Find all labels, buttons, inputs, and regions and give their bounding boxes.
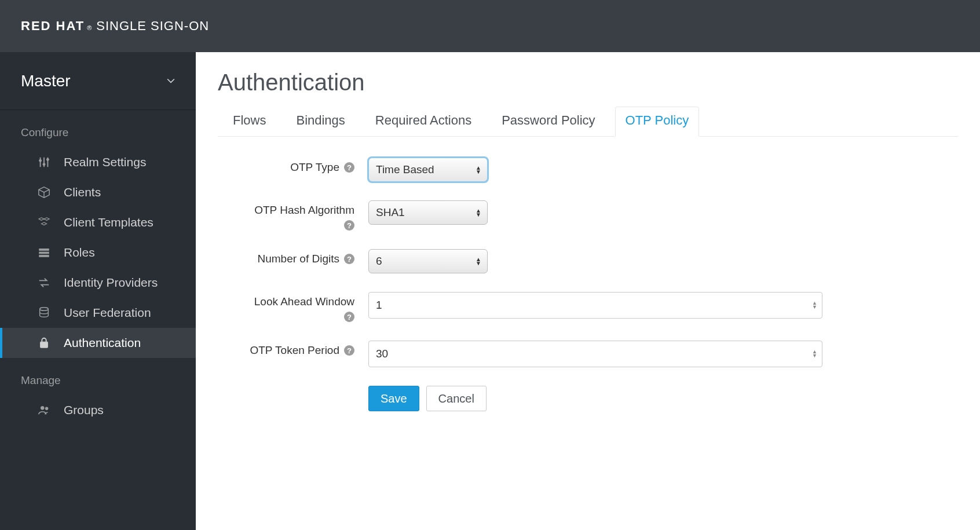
brand: RED HAT® SINGLE SIGN-ON bbox=[21, 19, 209, 34]
cubes-icon bbox=[37, 216, 51, 229]
lock-icon bbox=[37, 337, 51, 349]
sidebar-item-label: Roles bbox=[64, 246, 95, 259]
help-icon[interactable]: ? bbox=[344, 162, 354, 173]
sidebar-item-label: Client Templates bbox=[64, 215, 153, 229]
realm-name: Master bbox=[21, 72, 71, 90]
sidebar-item-realm-settings[interactable]: Realm Settings bbox=[0, 147, 196, 177]
svg-point-2 bbox=[46, 158, 49, 160]
help-icon[interactable]: ? bbox=[344, 345, 354, 356]
main-content: Authentication Flows Bindings Required A… bbox=[196, 52, 980, 530]
tab-required-actions[interactable]: Required Actions bbox=[375, 107, 471, 136]
sidebar-item-identity-providers[interactable]: Identity Providers bbox=[0, 268, 196, 298]
tabs: Flows Bindings Required Actions Password… bbox=[218, 107, 958, 137]
label-digits: Number of Digits ? bbox=[218, 249, 368, 265]
save-button[interactable]: Save bbox=[368, 386, 419, 411]
number-spinner-icon[interactable]: ▲▼ bbox=[812, 350, 817, 358]
sidebar-item-groups[interactable]: Groups bbox=[0, 395, 196, 425]
svg-point-8 bbox=[41, 406, 44, 410]
svg-rect-4 bbox=[39, 252, 49, 254]
sidebar-item-label: Authentication bbox=[64, 336, 141, 350]
section-configure: Configure bbox=[0, 110, 196, 147]
svg-rect-5 bbox=[39, 255, 49, 257]
sliders-icon bbox=[37, 156, 51, 169]
realm-selector[interactable]: Master bbox=[0, 52, 196, 110]
cancel-button[interactable]: Cancel bbox=[426, 386, 487, 411]
sidebar-item-label: Realm Settings bbox=[64, 155, 146, 169]
number-spinner-icon[interactable]: ▲▼ bbox=[812, 301, 817, 309]
help-icon[interactable]: ? bbox=[344, 254, 354, 264]
section-manage: Manage bbox=[0, 358, 196, 395]
select-updown-icon: ▲▼ bbox=[476, 209, 481, 217]
label-look-ahead: Look Ahead Window ? bbox=[218, 292, 368, 322]
tab-password-policy[interactable]: Password Policy bbox=[502, 107, 595, 136]
list-icon bbox=[37, 246, 51, 259]
brand-strong: RED HAT bbox=[21, 19, 85, 34]
sidebar-item-label: Clients bbox=[64, 185, 101, 199]
help-icon[interactable]: ? bbox=[344, 220, 354, 231]
tab-bindings[interactable]: Bindings bbox=[296, 107, 345, 136]
page-title: Authentication bbox=[218, 70, 958, 96]
sidebar-item-clients[interactable]: Clients bbox=[0, 177, 196, 207]
label-otp-type: OTP Type ? bbox=[218, 158, 368, 174]
select-updown-icon: ▲▼ bbox=[476, 166, 481, 174]
tab-otp-policy[interactable]: OTP Policy bbox=[626, 107, 689, 136]
select-hash-algorithm[interactable]: SHA1 ▲▼ bbox=[368, 200, 488, 225]
sidebar: Master Configure Realm Settings Clients … bbox=[0, 52, 196, 530]
cube-icon bbox=[37, 186, 51, 199]
otp-policy-form: OTP Type ? Time Based ▲▼ OTP Hash Algori… bbox=[218, 158, 958, 411]
sidebar-item-roles[interactable]: Roles bbox=[0, 237, 196, 268]
input-otp-token-period[interactable]: 30 ▲▼ bbox=[368, 341, 822, 367]
svg-point-6 bbox=[40, 308, 49, 311]
svg-rect-3 bbox=[39, 249, 49, 251]
label-token-period: OTP Token Period ? bbox=[218, 341, 368, 357]
sidebar-item-label: User Federation bbox=[64, 306, 151, 320]
select-otp-type[interactable]: Time Based ▲▼ bbox=[368, 158, 488, 182]
svg-point-0 bbox=[39, 159, 42, 162]
exchange-icon bbox=[37, 276, 51, 289]
svg-point-9 bbox=[45, 407, 48, 410]
help-icon[interactable]: ? bbox=[344, 312, 354, 322]
svg-point-1 bbox=[43, 163, 45, 166]
sidebar-item-label: Groups bbox=[64, 403, 104, 417]
top-header: RED HAT® SINGLE SIGN-ON bbox=[0, 0, 980, 52]
registered-mark-icon: ® bbox=[87, 24, 92, 31]
select-number-of-digits[interactable]: 6 ▲▼ bbox=[368, 249, 488, 273]
sidebar-item-label: Identity Providers bbox=[64, 276, 158, 290]
database-icon bbox=[37, 306, 51, 319]
sidebar-item-user-federation[interactable]: User Federation bbox=[0, 298, 196, 328]
label-hash-algo: OTP Hash Algorithm ? bbox=[218, 200, 368, 231]
input-look-ahead-window[interactable]: 1 ▲▼ bbox=[368, 292, 822, 319]
sidebar-item-client-templates[interactable]: Client Templates bbox=[0, 207, 196, 237]
group-icon bbox=[37, 404, 51, 416]
chevron-down-icon bbox=[167, 75, 175, 87]
sidebar-item-authentication[interactable]: Authentication bbox=[0, 328, 196, 358]
brand-light: SINGLE SIGN-ON bbox=[96, 19, 209, 34]
svg-rect-7 bbox=[41, 342, 48, 348]
tab-flows[interactable]: Flows bbox=[233, 107, 266, 136]
select-updown-icon: ▲▼ bbox=[476, 257, 481, 265]
